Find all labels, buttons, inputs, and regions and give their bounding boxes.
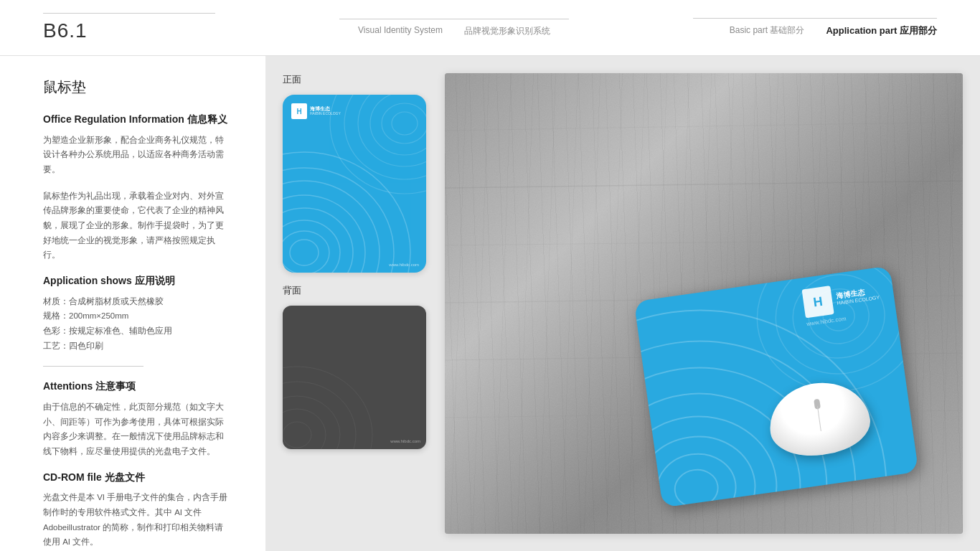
logo-text-bot: HAIBIN ECOLOGY bbox=[310, 112, 341, 116]
section2-heading: Application shows 应用说明 bbox=[43, 274, 230, 288]
photo-area: H 海博生态 HAIBIN ECOLOGY www.hibdc.com bbox=[445, 73, 963, 534]
svg-point-37 bbox=[768, 265, 910, 382]
header-right-divider bbox=[693, 18, 937, 19]
section4-heading: CD-ROM file 光盘文件 bbox=[43, 471, 230, 485]
section-divider bbox=[43, 366, 143, 367]
svg-point-9 bbox=[382, 103, 426, 143]
basic-label: Basic part 基础部分 bbox=[730, 24, 805, 37]
svg-point-17 bbox=[283, 382, 356, 449]
page-id: B6.1 bbox=[43, 19, 215, 42]
svg-point-15 bbox=[283, 409, 326, 449]
product-title: 鼠标垫 bbox=[43, 77, 230, 97]
svg-point-14 bbox=[283, 422, 311, 448]
main-content: 鼠标垫 Office Regulation Information 信息释义 为… bbox=[0, 56, 980, 551]
back-rings-svg bbox=[283, 306, 426, 449]
svg-point-4 bbox=[283, 195, 365, 273]
back-label-wrapper: 背面 bbox=[283, 284, 433, 300]
right-panel: 正面 bbox=[265, 56, 980, 551]
logo-box: H bbox=[291, 103, 307, 119]
section1-heading: Office Regulation Information 信息释义 bbox=[43, 113, 230, 127]
front-rings-svg bbox=[283, 95, 426, 273]
front-logo: H 海博生态 HAIBIN ECOLOGY bbox=[291, 103, 341, 119]
section1-body1: 为塑造企业新形象，配合企业商务礼仪规范，特设计各种办公系统用品，以适应各种商务活… bbox=[43, 133, 230, 177]
logo-text: 海博生态 HAIBIN ECOLOGY bbox=[310, 106, 341, 116]
header: B6.1 Visual Identity System 品牌视觉形象识别系统 B… bbox=[0, 0, 980, 56]
mouse-button-line bbox=[817, 406, 821, 431]
mousepad-front: H 海博生态 HAIBIN ECOLOGY www.hibdc.com bbox=[283, 95, 426, 273]
large-logo-box: H bbox=[802, 286, 834, 318]
mousepad-url: www.hibdc.com bbox=[389, 263, 419, 267]
svg-point-0 bbox=[290, 240, 319, 265]
left-panel: 鼠标垫 Office Regulation Information 信息释义 为… bbox=[0, 56, 265, 551]
front-label: 正面 bbox=[283, 73, 433, 86]
section2-body: 材质：合成树脂材质或天然橡胶 规格：200mm×250mm 色彩：按规定标准色、… bbox=[43, 294, 230, 354]
header-center-labels: Visual Identity System 品牌视觉形象识别系统 bbox=[358, 25, 550, 37]
large-logo-h: H bbox=[812, 293, 824, 310]
header-left: B6.1 bbox=[43, 13, 215, 42]
back-url: www.hibdc.com bbox=[390, 439, 420, 443]
vis-cn: 品牌视觉形象识别系统 bbox=[464, 25, 550, 37]
svg-point-7 bbox=[283, 152, 410, 273]
section3-body: 由于信息的不确定性，此页部分规范（如文字大小、间距等）可作为参考使用，具体可根据… bbox=[43, 400, 230, 459]
svg-point-8 bbox=[392, 112, 418, 135]
header-divider bbox=[43, 13, 215, 14]
app-label: Application part 应用部分 bbox=[826, 24, 937, 37]
back-label: 背面 bbox=[283, 284, 433, 297]
vis-label: Visual Identity System bbox=[358, 25, 443, 37]
header-right: Basic part 基础部分 Application part 应用部分 bbox=[693, 18, 937, 37]
header-right-labels: Basic part 基础部分 Application part 应用部分 bbox=[730, 24, 937, 37]
preview-column: 正面 bbox=[283, 73, 433, 534]
section1-body2: 鼠标垫作为礼品出现，承载着企业对内、对外宣传品牌形象的重要使命，它代表了企业的精… bbox=[43, 189, 230, 263]
mousepad-back: www.hibdc.com bbox=[283, 306, 426, 449]
section3-heading: Attentions 注意事项 bbox=[43, 380, 230, 394]
header-center: Visual Identity System 品牌视觉形象识别系统 bbox=[339, 19, 569, 37]
svg-point-3 bbox=[283, 208, 353, 273]
photo-bg: H 海博生态 HAIBIN ECOLOGY www.hibdc.com bbox=[445, 73, 963, 534]
logo-h: H bbox=[296, 108, 301, 116]
svg-point-12 bbox=[344, 95, 426, 179]
photo-mousepad-large: H 海博生态 HAIBIN ECOLOGY www.hibdc.com bbox=[634, 265, 919, 507]
section4-body: 光盘文件是本 VI 手册电子文件的集合，内含手册制作时的专用软件格式文件。其中 … bbox=[43, 490, 230, 550]
header-center-divider bbox=[339, 19, 569, 19]
